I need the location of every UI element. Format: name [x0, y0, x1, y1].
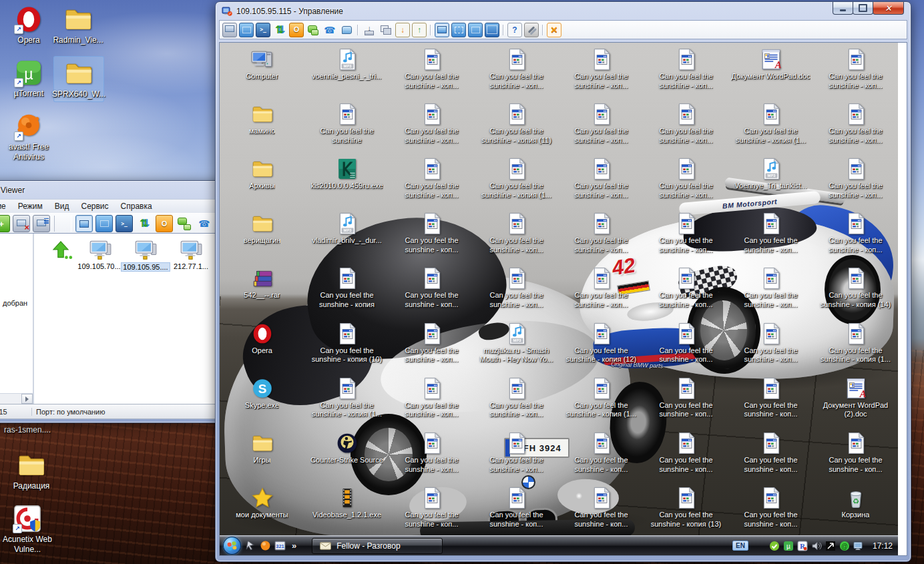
desktop-icon[interactable]: Can you feel the sunshine - копия (1... [474, 152, 559, 207]
desktop-icon[interactable]: MP3 muzjaka.ru - Smash Mouth - Hey Now Y… [474, 317, 559, 372]
desktop-icon[interactable]: мамино [220, 97, 304, 152]
menu-item[interactable]: Соединение [0, 200, 12, 212]
connect-through-host-button[interactable] [379, 23, 393, 37]
view-fullscreen-button[interactable] [485, 23, 499, 37]
desktop-icon[interactable]: A Документ WordPad.doc [728, 43, 813, 97]
desktop-icon[interactable]: Can you feel the sunshine - коп... [389, 317, 474, 372]
desktop-icon[interactable]: Can you feel the sunshine - копия (12) [559, 317, 644, 372]
quicklaunch-app-1[interactable] [245, 540, 256, 551]
desktop-icon[interactable]: Can you feel the sunshine [304, 97, 389, 152]
desktop-icon[interactable]: Can you feel the sunshine - коп... [728, 372, 813, 427]
desktop-icon[interactable]: Can you feel the sunshine - копия [304, 262, 389, 316]
connection-item[interactable]: 212.77.1... [170, 239, 212, 270]
desktop-icon[interactable]: Can you feel the sunshine - коп... [813, 97, 898, 152]
desktop-icon[interactable]: kis2010.0.0.459ru.exe [304, 152, 389, 207]
tray-utorrent[interactable]: µ [783, 541, 794, 551]
desktop-icon[interactable]: Can you feel the sunshine - коп... [389, 43, 474, 97]
connection-properties-button[interactable] [33, 215, 50, 232]
desktop-icon[interactable]: Can you feel the sunshine - коп... [644, 97, 728, 152]
desktop-icon[interactable]: Can you feel the sunshine - коп... [474, 207, 559, 262]
shutdown-mode-button[interactable] [156, 215, 173, 232]
voice-chat-mode-button[interactable] [196, 215, 213, 232]
delete-connection-button[interactable] [13, 215, 30, 232]
tray-app[interactable] [825, 541, 836, 551]
desktop-icon[interactable]: Игры [220, 427, 304, 481]
desktop-icon[interactable]: avast! Free Antivirus [4, 109, 53, 164]
desktop-icon[interactable]: Can you feel the sunshine - коп... [644, 207, 728, 262]
desktop-icon[interactable]: SPRX640_W... [53, 56, 104, 102]
desktop-icon[interactable]: Videobase_1.2.1.exe [304, 481, 389, 536]
desktop-icon[interactable]: Can you feel the sunshine - коп... [644, 262, 728, 316]
desktop-icon[interactable]: Can you feel the sunshine - копия (11) [474, 97, 559, 152]
help-button[interactable] [507, 23, 522, 37]
add-connection-button[interactable] [0, 215, 10, 232]
screen-view-button[interactable] [222, 23, 237, 37]
desktop-icon[interactable]: Can you feel the sunshine - коп... [644, 427, 728, 481]
desktop-icon[interactable]: ♻ Корзина [813, 481, 898, 536]
text-chat-mode-button[interactable] [176, 215, 193, 232]
desktop-icon[interactable]: Can you feel the sunshine - коп... [474, 43, 559, 97]
remote-titlebar[interactable]: 109.105.95.115 - Управление [216, 2, 911, 20]
shutdown-button[interactable] [289, 23, 304, 37]
desktop-icon[interactable]: Can you feel the sunshine - коп... [474, 262, 559, 316]
desktop-icon[interactable]: MP3 Voennye_Tri_tankist... [728, 152, 813, 207]
desktop-icon[interactable]: µ µTorrent [4, 56, 53, 101]
quicklaunch-app-2[interactable] [260, 540, 271, 551]
telnet-button[interactable] [256, 23, 270, 37]
desktop-icon[interactable]: 542__--.rar [220, 262, 304, 316]
desktop-icon[interactable]: Can you feel the sunshine - коп... [559, 152, 644, 207]
menu-item[interactable]: Справка [115, 200, 158, 212]
get-clipboard-button[interactable] [395, 23, 410, 37]
quicklaunch-media-player[interactable]: 321 [274, 540, 286, 551]
desktop-icon[interactable]: Can you feel the sunshine - коп... [644, 317, 728, 372]
close-button[interactable]: ✕ [873, 2, 904, 15]
connection-item[interactable]: 109.105.70.... [79, 239, 121, 270]
desktop-icon[interactable]: Can you feel the sunshine - коп... [559, 207, 644, 262]
desktop-icon[interactable]: Can you feel the sunshine - коп... [813, 152, 898, 207]
desktop-icon[interactable]: Can you feel the sunshine - копия (1... [304, 372, 389, 427]
desktop-icon[interactable]: MP3 voennie_pesni_-_tri... [304, 43, 389, 97]
desktop-icon[interactable]: Can you feel the sunshine - коп... [389, 262, 474, 316]
desktop-icon[interactable]: Can you feel the sunshine - коп... [474, 372, 559, 427]
desktop-icon[interactable]: Opera [220, 317, 304, 372]
desktop-icon[interactable]: Can you feel the sunshine - копия (1... [728, 97, 813, 152]
desktop-icon[interactable]: Can you feel the sunshine - коп... [813, 43, 898, 97]
set-clipboard-button[interactable] [412, 23, 427, 37]
view-windowed-button[interactable] [468, 23, 483, 37]
screenshot-button[interactable] [362, 23, 377, 37]
voice-chat-button[interactable] [322, 23, 337, 37]
desktop-icon[interactable]: Can you feel the sunshine - коп... [728, 262, 813, 316]
desktop-icon[interactable]: Can you feel the sunshine - коп... [644, 43, 728, 97]
taskbar-task-button[interactable]: Fellow - Разговор [312, 538, 443, 554]
file-transfer-button[interactable] [272, 23, 287, 37]
file-transfer-mode-button[interactable] [136, 215, 153, 232]
desktop-icon[interactable]: Can you feel the sunshine - коп... [474, 481, 559, 536]
menu-item[interactable]: Режим [12, 200, 49, 212]
desktop-icon[interactable]: MP3 vladimir_brilv_-_dur... [304, 207, 389, 262]
desktop-icon[interactable]: Can you feel the sunshine - коп... [644, 152, 728, 207]
telnet-mode-button[interactable] [116, 215, 133, 232]
taskbar-clock[interactable]: 17:12 [873, 541, 893, 551]
start-button[interactable] [223, 537, 241, 555]
desktop-icon[interactable]: A Документ WordPad (2).doc [813, 372, 898, 427]
maximize-button[interactable] [853, 2, 873, 15]
desktop-icon[interactable]: Computer [220, 43, 304, 97]
tree-item[interactable]: добран [3, 299, 27, 307]
desktop-icon[interactable]: мои документы [220, 481, 304, 536]
text-chat-button[interactable] [306, 23, 320, 37]
desktop-icon[interactable]: Can you feel the sunshine - коп... [728, 427, 813, 481]
minimize-button[interactable] [833, 2, 853, 15]
desktop-icon[interactable]: Can you feel the sunshine - копия (10) [304, 317, 389, 372]
desktop-icon[interactable]: Can you feel the sunshine - коп... [389, 372, 474, 427]
tray-agent[interactable]: @ [839, 541, 850, 551]
desktop-icon[interactable]: верищагин [220, 207, 304, 262]
options-button[interactable] [524, 23, 539, 37]
desktop-icon[interactable]: Can you feel the sunshine - копия (1... [813, 317, 898, 372]
desktop-icon[interactable]: Counter-Strike Source [304, 427, 389, 481]
desktop-icon[interactable]: Can you feel the sunshine - копия (14) [813, 262, 898, 316]
desktop-icon[interactable]: Радиация [7, 449, 56, 493]
desktop-icon[interactable]: Can you feel the sunshine - коп... [728, 317, 813, 372]
tray-volume[interactable] [811, 541, 822, 551]
desktop-icon[interactable]: Can you feel the sunshine - коп... [389, 207, 474, 262]
menu-item[interactable]: Сервис [75, 200, 114, 212]
